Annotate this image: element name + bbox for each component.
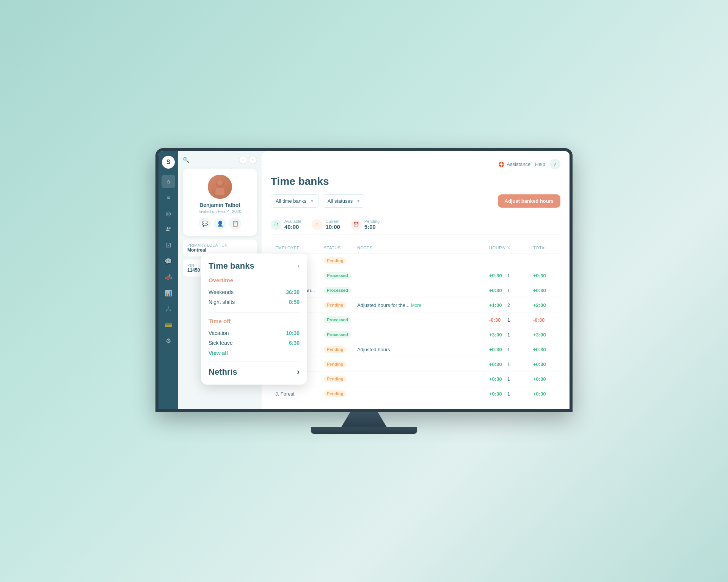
row-hours: +0:30 [489,273,504,278]
stat-available: ⏱ Available 40:00 [271,219,301,230]
avatar [208,175,232,199]
view-all-link[interactable]: View all [209,350,300,356]
table-row: H. Saurel Pending Adjusted hours for the… [271,298,560,313]
available-label: Available [284,219,301,224]
row-hours: +0:30 [489,376,504,382]
col-notes: Notes [357,246,453,250]
svg-line-7 [168,309,170,310]
available-icon: ⏱ [271,219,281,230]
sidebar-item-analytics[interactable]: 📊 [162,286,175,300]
sidebar-item-settings[interactable]: ⚙ [162,334,175,347]
nightshifts-value: 8:50 [289,299,300,305]
status-badge: Pending [324,346,346,353]
row-hours: -0:30 [489,317,504,323]
table-row: J. Forest Pending +0:30 1 +0:30 [271,357,560,372]
row-hours: +3:00 [489,332,504,338]
status-badge: Pending [324,302,346,308]
sidebar-item-tasks[interactable]: ☑ [162,238,175,252]
row-notes: Adjusted hours [357,347,453,352]
profile-button[interactable]: 👤 [214,217,226,230]
nav-next-button[interactable]: › [249,156,257,164]
sickleave-value: 6:30 [289,340,300,346]
row-x: 1 [507,361,530,367]
table-header: Employee Status Notes Hours X Total [271,242,560,253]
nav-prev-button[interactable]: ‹ [239,156,247,164]
main-content: 🛟 Assistance Help ✓ Time banks All time … [262,151,570,409]
assistance-button[interactable]: 🛟 Assistance [498,161,530,167]
status-badge: Pending [324,390,346,397]
row-hours: +0:30 [489,391,504,397]
row-x: 1 [507,317,530,323]
whatsapp-button[interactable]: 💬 [199,217,211,230]
row-x: 1 [507,391,530,397]
row-hours: +0:30 [489,288,504,293]
row-total: +0:30 [533,273,556,278]
svg-point-4 [170,310,171,311]
nightshifts-label: Night shifts [209,299,235,305]
sidebar-item-home[interactable]: ⌂ [162,175,175,188]
nethris-row[interactable]: Nethris › [209,367,300,377]
row-x: 1 [507,376,530,382]
profile-name: Benjamin Talbot [189,202,251,208]
table-body: J. Forest Pending J. Forest Processed + [271,253,560,401]
check-button[interactable]: ✓ [550,159,560,169]
sidebar-item-list[interactable]: ≡ [162,191,175,204]
table-row: J. Forest Processed +3:00 1 +3:00 [271,327,560,342]
table-row: J. Gagnon Beau... Processed +0:30 1 +0:3… [271,283,560,298]
statuses-filter-arrow-icon: ▼ [356,199,360,203]
help-link[interactable]: Help [535,161,545,167]
note-more-link[interactable]: More [411,303,421,308]
row-total: +0:30 [533,288,556,293]
row-x: 1 [507,288,530,293]
nethris-arrow-icon: › [297,367,300,377]
row-hours: +0:30 [489,347,504,352]
col-status: Status [324,246,354,250]
sidebar-item-people[interactable] [162,222,175,236]
current-value: 10:00 [325,224,340,230]
sidebar-item-announce[interactable]: 📣 [162,270,175,284]
col-total: Total [533,246,556,250]
vacation-label: Vacation [209,330,229,336]
svg-point-3 [166,310,167,311]
svg-line-6 [166,309,168,310]
row-hours: +1:00 [489,302,504,308]
timeoff-section-title: Time off [209,318,300,324]
stat-current: ⚠ Current 10:00 [312,219,340,230]
svg-point-2 [168,307,169,308]
location-label: Primary location [187,243,253,247]
sidebar-item-globe[interactable]: ◎ [162,207,175,220]
nethris-section: Nethris › [209,367,300,377]
dropdown-row-nightshifts: Night shifts 8:50 [209,297,300,307]
stat-pending: ⏰ Pending 5:00 [351,219,380,230]
avatar-image [208,175,232,199]
row-total: +0:30 [533,391,556,397]
divider-2 [209,361,300,362]
location-value: Montreal [187,247,253,253]
col-spacer [456,246,486,250]
row-total: +0:30 [533,376,556,382]
statuses-filter[interactable]: All statuses ▼ [323,194,365,208]
status-badge: Processed [324,272,351,279]
sidebar-item-cards[interactable]: 💳 [162,318,175,332]
left-panel: 🔍 ‹ › [178,151,262,409]
assistance-icon: 🛟 [498,161,504,167]
nethris-title: Nethris [209,367,237,377]
schedule-button[interactable]: 📋 [229,217,241,230]
sidebar-item-chat[interactable]: 💬 [162,254,175,268]
weekends-label: Weekends [209,289,234,295]
statuses-filter-label: All statuses [328,198,353,204]
adjust-banked-hours-button[interactable]: Adjust banked hours [498,194,560,208]
svg-point-10 [217,180,223,185]
status-badge: Processed [324,331,351,338]
col-x: X [507,246,530,250]
time-banks-dropdown-title[interactable]: Time banks › [209,261,300,271]
row-x: 1 [507,273,530,278]
overtime-section-title: Overtime [209,277,300,283]
row-total: +0:30 [533,347,556,352]
current-label: Current [325,219,340,224]
sidebar: S ⌂ ≡ ◎ ☑ 💬 📣 📊 💳 ⚙ [158,151,178,409]
time-banks-filter[interactable]: All time banks ▼ [271,194,319,208]
pending-icon: ⏰ [351,219,361,230]
pending-label: Pending [364,219,380,224]
sidebar-item-org[interactable] [162,302,175,316]
